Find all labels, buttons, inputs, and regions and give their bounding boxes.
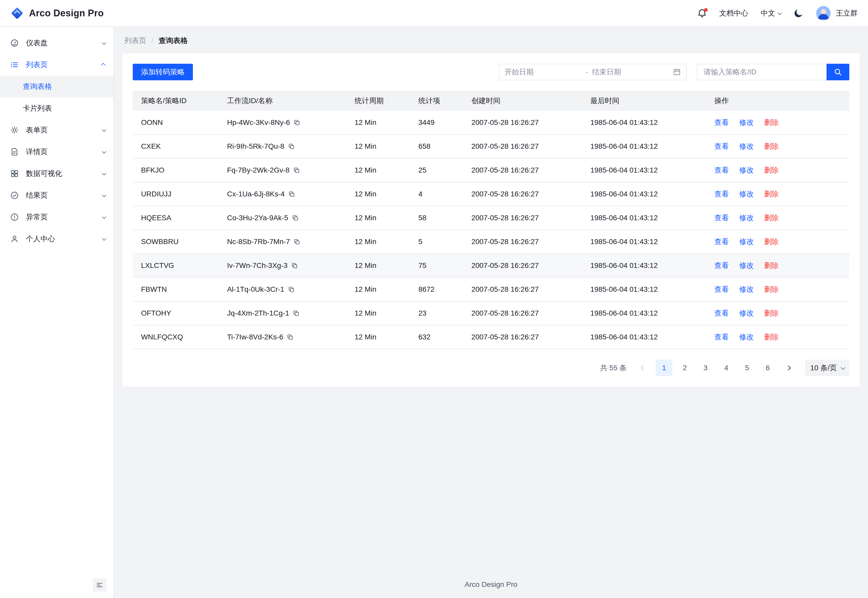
cell-count: 8672	[410, 278, 463, 301]
copy-icon[interactable]	[291, 262, 298, 269]
sidebar-collapse-button[interactable]	[93, 578, 106, 592]
search-input[interactable]	[697, 64, 826, 80]
form-icon	[10, 126, 19, 134]
sidebar-item-result[interactable]: 结果页	[0, 184, 114, 206]
copy-icon[interactable]	[287, 334, 294, 341]
view-link[interactable]: 查看	[714, 118, 729, 126]
copy-icon[interactable]	[293, 167, 300, 173]
search-button[interactable]	[826, 64, 849, 80]
column-header-actions: 操作	[706, 91, 849, 111]
sidebar-nav: 仪表盘列表页查询表格卡片列表表单页详情页数据可视化结果页异常页个人中心	[0, 32, 114, 572]
sidebar-item-form[interactable]: 表单页	[0, 119, 114, 141]
sidebar-subitem-card-list[interactable]: 卡片列表	[0, 97, 114, 119]
view-link[interactable]: 查看	[714, 166, 729, 174]
notification-dot	[704, 8, 708, 12]
copy-icon[interactable]	[294, 119, 300, 126]
cell-created-time: 2007-05-28 16:26:27	[463, 135, 582, 158]
start-date-input[interactable]	[505, 68, 581, 76]
prev-page-button[interactable]	[635, 360, 652, 376]
sidebar-item-label: 个人中心	[26, 234, 95, 244]
delete-link[interactable]: 删除	[764, 142, 778, 150]
view-link[interactable]: 查看	[714, 214, 729, 222]
copy-icon[interactable]	[288, 191, 295, 197]
edit-link[interactable]: 修改	[739, 190, 754, 198]
dark-mode-toggle[interactable]	[793, 8, 804, 18]
edit-link[interactable]: 修改	[739, 142, 754, 150]
sidebar-item-exception[interactable]: 异常页	[0, 206, 114, 228]
date-range-picker[interactable]: -	[499, 64, 687, 80]
edit-link[interactable]: 修改	[739, 309, 754, 317]
cell-last-time: 1985-06-04 01:43:12	[582, 182, 706, 206]
page-size-selector[interactable]: 10 条/页	[805, 360, 849, 376]
edit-link[interactable]: 修改	[739, 166, 754, 174]
breadcrumb-item[interactable]: 列表页	[124, 36, 146, 46]
sidebar-item-list[interactable]: 列表页	[0, 54, 114, 76]
chevron-left-icon	[641, 365, 646, 371]
cell-actions: 查看修改删除	[706, 325, 849, 349]
copy-icon[interactable]	[293, 310, 300, 317]
view-link[interactable]: 查看	[714, 238, 729, 246]
delete-link[interactable]: 删除	[764, 309, 778, 317]
add-strategy-button[interactable]: 添加转码策略	[133, 64, 193, 80]
user-menu[interactable]: 王立群	[816, 6, 858, 21]
delete-link[interactable]: 删除	[764, 166, 778, 174]
language-selector[interactable]: 中文	[761, 8, 781, 18]
chevron-down-icon	[778, 10, 782, 15]
page-button-5[interactable]: 5	[739, 360, 755, 376]
page-button-1[interactable]: 1	[656, 360, 672, 376]
cell-last-time: 1985-06-04 01:43:12	[582, 111, 706, 135]
copy-icon[interactable]	[288, 143, 295, 150]
cell-workflow-id: Co-3Hu-2Ya-9Ak-5	[219, 206, 346, 230]
table-header-row: 策略名/策略ID工作流ID/名称统计周期统计项创建时间最后时间操作	[133, 91, 849, 111]
view-link[interactable]: 查看	[714, 333, 729, 341]
page-button-6[interactable]: 6	[759, 360, 776, 376]
delete-link[interactable]: 删除	[764, 190, 778, 198]
copy-icon[interactable]	[292, 215, 299, 221]
cell-actions: 查看修改删除	[706, 135, 849, 158]
delete-link[interactable]: 删除	[764, 118, 778, 126]
page-button-2[interactable]: 2	[676, 360, 693, 376]
sidebar-item-label: 表单页	[26, 125, 95, 135]
sidebar-item-user-center[interactable]: 个人中心	[0, 228, 114, 250]
edit-link[interactable]: 修改	[739, 333, 754, 341]
delete-link[interactable]: 删除	[764, 238, 778, 246]
view-link[interactable]: 查看	[714, 190, 729, 198]
delete-link[interactable]: 删除	[764, 262, 778, 269]
edit-link[interactable]: 修改	[739, 238, 754, 246]
cell-actions: 查看修改删除	[706, 182, 849, 206]
cell-actions: 查看修改删除	[706, 206, 849, 230]
page-button-3[interactable]: 3	[697, 360, 714, 376]
table-row: OONNHp-4Wc-3Kv-8Ny-612 Min34492007-05-28…	[133, 111, 849, 135]
edit-link[interactable]: 修改	[739, 118, 754, 126]
sidebar-item-dashboard[interactable]: 仪表盘	[0, 32, 114, 54]
delete-link[interactable]: 删除	[764, 333, 778, 341]
end-date-input[interactable]	[592, 68, 669, 76]
language-label: 中文	[761, 8, 775, 18]
column-header-count: 统计项	[410, 91, 463, 111]
doc-center-link[interactable]: 文档中心	[719, 8, 748, 18]
view-link[interactable]: 查看	[714, 285, 729, 293]
sidebar-subitem-search-table[interactable]: 查询表格	[0, 76, 114, 97]
copy-icon[interactable]	[288, 286, 295, 293]
delete-link[interactable]: 删除	[764, 214, 778, 222]
topbar-actions: 文档中心 中文 王立群	[697, 6, 858, 21]
edit-link[interactable]: 修改	[739, 214, 754, 222]
edit-link[interactable]: 修改	[739, 285, 754, 293]
cell-count: 632	[410, 325, 463, 349]
cell-last-time: 1985-06-04 01:43:12	[582, 278, 706, 301]
sidebar-item-visualization[interactable]: 数据可视化	[0, 163, 114, 184]
footer: Arco Design Pro	[114, 569, 868, 598]
view-link[interactable]: 查看	[714, 309, 729, 317]
sidebar-item-profile[interactable]: 详情页	[0, 141, 114, 163]
view-link[interactable]: 查看	[714, 262, 729, 269]
next-page-button[interactable]	[780, 360, 797, 376]
cell-period: 12 Min	[346, 278, 410, 301]
cell-workflow-id: Ri-9Ih-5Rk-7Qu-8	[219, 135, 346, 158]
view-link[interactable]: 查看	[714, 142, 729, 150]
copy-icon[interactable]	[294, 238, 300, 245]
edit-link[interactable]: 修改	[739, 262, 754, 269]
page-button-4[interactable]: 4	[718, 360, 735, 376]
cell-created-time: 2007-05-28 16:26:27	[463, 325, 582, 349]
notification-bell-icon[interactable]	[697, 9, 707, 18]
delete-link[interactable]: 删除	[764, 285, 778, 293]
